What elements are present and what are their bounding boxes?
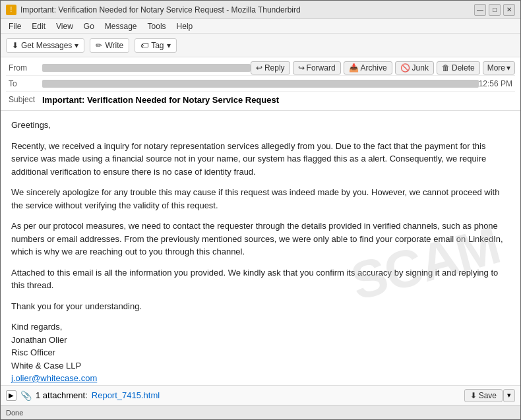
more-button[interactable]: More ▾ bbox=[483, 61, 515, 75]
to-row: To 12:56 PM bbox=[6, 76, 515, 92]
body-paragraph-3: As per our protocol measures, we need to… bbox=[11, 220, 510, 258]
main-window: ! Important: Verification Needed for Not… bbox=[0, 0, 521, 420]
menu-tools[interactable]: Tools bbox=[142, 20, 171, 32]
email-timestamp: 12:56 PM bbox=[479, 79, 515, 88]
reply-icon: ↩ bbox=[256, 63, 262, 73]
body-paragraph-4: Attached to this email is all the inform… bbox=[11, 266, 510, 292]
minimize-button[interactable]: — bbox=[474, 4, 486, 16]
signature-email-link[interactable]: j.olier@whitecase.com bbox=[11, 373, 97, 383]
get-messages-icon: ⬇ bbox=[12, 41, 18, 50]
attachment-expand-button[interactable]: ▶ bbox=[6, 390, 16, 401]
forward-button[interactable]: ↪ Forward bbox=[293, 61, 341, 75]
signature-line-3: Risc Officer bbox=[11, 347, 55, 357]
email-body: SCAM Greetings, Recently, we received a … bbox=[1, 111, 520, 385]
from-row: From ↩ Reply ↪ Forward 📥 Archive 🚫 Junk bbox=[6, 60, 515, 76]
signature-line-1: Kind regards, bbox=[11, 322, 62, 332]
tag-icon: 🏷 bbox=[140, 41, 148, 50]
to-label: To bbox=[6, 78, 42, 90]
status-bar: Done bbox=[1, 405, 520, 419]
write-button[interactable]: ✏ Write bbox=[90, 38, 129, 53]
more-chevron-icon: ▾ bbox=[506, 63, 510, 73]
get-messages-chevron-icon: ▾ bbox=[75, 41, 78, 50]
junk-icon: 🚫 bbox=[400, 63, 410, 73]
signature-line-4: White & Case LLP bbox=[11, 361, 81, 371]
attachment-filename[interactable]: Report_7415.html bbox=[92, 390, 160, 400]
menu-help[interactable]: Help bbox=[171, 20, 199, 32]
save-button[interactable]: ⬇ Save bbox=[464, 389, 503, 402]
forward-icon: ↪ bbox=[298, 63, 305, 73]
action-buttons: ↩ Reply ↪ Forward 📥 Archive 🚫 Junk 🗑 bbox=[251, 61, 515, 75]
get-messages-button[interactable]: ⬇ Get Messages ▾ bbox=[6, 38, 84, 53]
junk-button[interactable]: 🚫 Junk bbox=[395, 61, 434, 75]
body-paragraph-5: Thank you for your understanding. bbox=[11, 300, 510, 313]
archive-button[interactable]: 📥 Archive bbox=[344, 61, 392, 75]
archive-icon: 📥 bbox=[349, 63, 359, 73]
title-bar: ! Important: Verification Needed for Not… bbox=[1, 1, 520, 19]
menu-file[interactable]: File bbox=[3, 20, 26, 32]
email-header: From ↩ Reply ↪ Forward 📥 Archive 🚫 Junk bbox=[1, 57, 520, 111]
body-paragraph-1: Recently, we received a inquiry for nota… bbox=[11, 140, 510, 179]
close-button[interactable]: ✕ bbox=[503, 4, 515, 16]
attachment-icon: 📎 bbox=[20, 390, 32, 401]
write-icon: ✏ bbox=[96, 41, 102, 50]
toolbar: ⬇ Get Messages ▾ ✏ Write 🏷 Tag ▾ bbox=[1, 34, 520, 57]
menu-view[interactable]: View bbox=[51, 20, 78, 32]
subject-label: Subject bbox=[6, 94, 42, 105]
delete-icon: 🗑 bbox=[442, 63, 450, 73]
status-text: Done bbox=[6, 409, 23, 417]
greeting: Greetings, bbox=[11, 119, 510, 132]
save-icon: ⬇ bbox=[470, 391, 477, 400]
from-value bbox=[42, 64, 251, 72]
body-paragraph-2: We sincerely apologize for any trouble t… bbox=[11, 186, 510, 212]
title-bar-left: ! Important: Verification Needed for Not… bbox=[6, 5, 301, 15]
menu-edit[interactable]: Edit bbox=[26, 20, 51, 32]
signature-block: Kind regards, Jonathan Olier Risc Office… bbox=[11, 320, 510, 385]
from-label: From bbox=[6, 62, 42, 74]
save-dropdown-button[interactable]: ▾ bbox=[503, 389, 515, 402]
signature-line-2: Jonathan Olier bbox=[11, 335, 67, 345]
attachment-count: 1 attachment: bbox=[36, 390, 88, 400]
menu-message[interactable]: Message bbox=[100, 20, 142, 32]
menu-go[interactable]: Go bbox=[78, 20, 100, 32]
to-value bbox=[42, 80, 479, 88]
attachment-bar: ▶ 📎 1 attachment: Report_7415.html ⬇ Sav… bbox=[1, 385, 520, 405]
maximize-button[interactable]: □ bbox=[489, 4, 501, 16]
subject-row: Subject Important: Verification Needed f… bbox=[6, 92, 515, 107]
tag-button[interactable]: 🏷 Tag ▾ bbox=[135, 38, 176, 53]
window-controls: — □ ✕ bbox=[474, 4, 515, 16]
menu-bar: File Edit View Go Message Tools Help bbox=[1, 19, 520, 34]
tag-chevron-icon: ▾ bbox=[167, 41, 171, 50]
subject-value: Important: Verification Needed for Notar… bbox=[42, 95, 279, 105]
window-title: Important: Verification Needed for Notar… bbox=[20, 5, 301, 15]
delete-button[interactable]: 🗑 Delete bbox=[437, 61, 480, 75]
reply-button[interactable]: ↩ Reply bbox=[251, 61, 290, 75]
app-icon: ! bbox=[6, 5, 16, 15]
